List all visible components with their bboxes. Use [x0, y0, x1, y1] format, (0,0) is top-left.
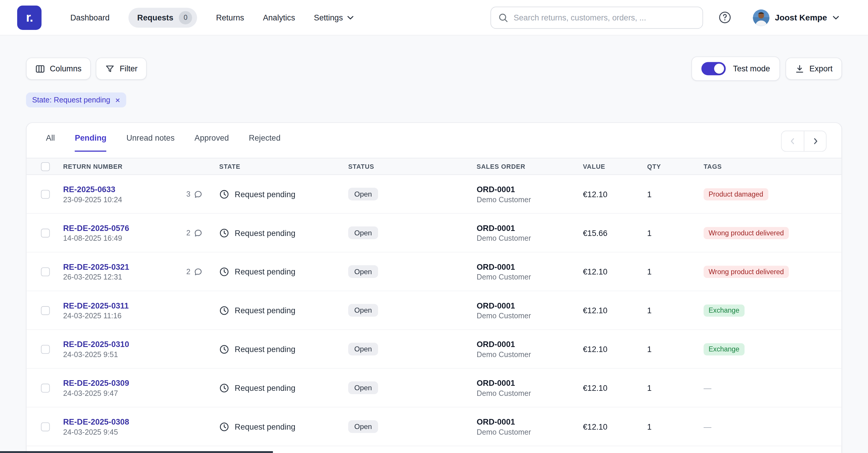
sales-order-number: ORD-0001: [477, 340, 577, 349]
return-number-group: RE-DE-2025-0311 24-03-2025 11:16: [63, 301, 129, 320]
qty-cell: 1: [647, 422, 704, 431]
clock-icon: [219, 228, 229, 238]
return-number-link[interactable]: RE-DE-2025-0321: [63, 262, 129, 271]
customer-name: Demo Customer: [477, 427, 577, 436]
state-label: Request pending: [235, 422, 296, 431]
row-checkbox[interactable]: [41, 189, 50, 199]
filter-button[interactable]: Filter: [96, 57, 147, 80]
columns-icon: [35, 64, 45, 73]
tag-badge: Wrong product delivered: [704, 227, 789, 239]
tags-cell: Exchange: [704, 343, 842, 355]
status-badge: Open: [348, 304, 378, 317]
export-button-label: Export: [809, 64, 833, 73]
table-row[interactable]: RE-DE-2025-0308 24-03-2025 9:45 Request …: [27, 407, 841, 446]
sales-order-number: ORD-0001: [477, 185, 577, 193]
help-button[interactable]: [718, 11, 732, 25]
tab-all[interactable]: All: [46, 133, 55, 152]
table-header-row: RETURN NUMBER STATE STATUS SALES ORDER V…: [27, 158, 841, 175]
comment-icon: [194, 189, 203, 199]
nav-item-dashboard[interactable]: Dashboard: [70, 13, 110, 22]
clock-icon: [219, 422, 229, 432]
table-row[interactable]: RE-DE-2025-0310 24-03-2025 9:51 Request …: [27, 330, 841, 369]
remove-filter-icon[interactable]: ×: [115, 96, 120, 104]
return-number-group: RE-DE-2025-0309 24-03-2025 9:47: [63, 379, 129, 397]
comments-indicator: 2: [186, 228, 203, 237]
state-label: Request pending: [235, 344, 296, 354]
table-row[interactable]: RE-DE-2025-0321 26-03-2025 12:31 2 Reque…: [27, 252, 841, 291]
select-all-checkbox[interactable]: [41, 162, 50, 171]
row-checkbox[interactable]: [41, 422, 50, 431]
next-page-button[interactable]: [804, 131, 826, 151]
chevron-down-icon: [347, 15, 354, 20]
column-header-tags: TAGS: [704, 163, 842, 170]
tab-approved[interactable]: Approved: [194, 133, 229, 152]
tab-unread-notes[interactable]: Unread notes: [126, 133, 175, 152]
comment-count: 3: [186, 190, 190, 198]
qty-cell: 1: [647, 344, 704, 354]
table-row[interactable]: RE-2025-0633 23-09-2025 10:24 3 Request …: [27, 175, 841, 214]
return-number-link[interactable]: RE-DE-2025-0311: [63, 301, 129, 310]
top-navigation-bar: r. Dashboard Requests 0 Returns Analytic…: [0, 0, 868, 35]
nav-item-requests[interactable]: Requests 0: [128, 7, 197, 27]
row-checkbox[interactable]: [41, 384, 50, 392]
tab-pending[interactable]: Pending: [75, 133, 106, 152]
value-cell: €12.10: [583, 384, 647, 392]
value-cell: €15.66: [583, 228, 647, 237]
row-checkbox[interactable]: [41, 228, 50, 237]
return-number-group: RE-DE-2025-0576 14-08-2025 16:49: [63, 223, 129, 242]
comment-count: 2: [186, 267, 190, 276]
column-header-qty: QTY: [647, 163, 704, 170]
table-row[interactable]: RE-DE-2025-0576 14-08-2025 16:49 2 Reque…: [27, 214, 841, 252]
nav-item-analytics[interactable]: Analytics: [263, 13, 295, 22]
comment-icon: [194, 228, 203, 237]
status-badge: Open: [348, 381, 378, 394]
export-button[interactable]: Export: [786, 57, 842, 80]
previous-page-button[interactable]: [781, 131, 804, 151]
comment-icon: [194, 267, 203, 276]
tag-badge: Exchange: [704, 343, 745, 355]
tab-rejected[interactable]: Rejected: [249, 133, 280, 152]
return-number-link[interactable]: RE-2025-0633: [63, 185, 122, 193]
value-cell: €12.10: [583, 344, 647, 354]
chevron-down-icon: [833, 15, 839, 20]
list-toolbar: Columns Filter Test mode Export: [26, 57, 842, 81]
active-filters: State: Request pending ×: [26, 92, 842, 107]
clock-icon: [219, 344, 229, 354]
tags-cell: —: [704, 383, 842, 393]
return-number-link[interactable]: RE-DE-2025-0310: [63, 340, 129, 349]
global-search: [490, 6, 703, 29]
empty-tag-dash: —: [704, 384, 711, 392]
nav-item-returns[interactable]: Returns: [216, 13, 244, 22]
main-nav: Dashboard Requests 0 Returns Analytics S…: [70, 7, 354, 27]
chevron-right-icon: [811, 138, 819, 145]
return-date: 24-03-2025 9:45: [63, 427, 129, 436]
comments-indicator: 3: [186, 189, 203, 199]
download-icon: [795, 64, 804, 73]
nav-label: Requests: [137, 13, 174, 22]
status-badge: Open: [348, 227, 378, 239]
test-mode-toggle[interactable]: [701, 62, 725, 75]
nav-label: Analytics: [263, 13, 295, 22]
customer-name: Demo Customer: [477, 350, 577, 359]
return-number-link[interactable]: RE-DE-2025-0308: [63, 417, 129, 426]
row-checkbox[interactable]: [41, 267, 50, 276]
filter-chip-state: State: Request pending ×: [26, 92, 126, 107]
user-menu[interactable]: Joost Kempe: [753, 9, 839, 26]
return-number-link[interactable]: RE-DE-2025-0576: [63, 223, 129, 233]
tags-cell: Exchange: [704, 304, 842, 316]
table-row[interactable]: RE-DE-2025-0309 24-03-2025 9:47 Request …: [27, 369, 841, 407]
columns-button[interactable]: Columns: [26, 57, 91, 80]
app-viewport: r. Dashboard Requests 0 Returns Analytic…: [0, 0, 868, 453]
nav-item-settings[interactable]: Settings: [314, 13, 354, 22]
row-checkbox[interactable]: [41, 344, 50, 354]
search-input[interactable]: [514, 13, 695, 22]
app-logo[interactable]: r.: [17, 5, 41, 30]
qty-cell: 1: [647, 306, 704, 315]
toolbar-right: Test mode Export: [691, 57, 842, 81]
state-label: Request pending: [235, 306, 296, 315]
table-row[interactable]: RE-DE-2025-0311 24-03-2025 11:16 Request…: [27, 291, 841, 330]
clock-icon: [219, 305, 229, 315]
return-number-link[interactable]: RE-DE-2025-0309: [63, 379, 129, 387]
row-checkbox[interactable]: [41, 306, 50, 315]
requests-table-card: All Pending Unread notes Approved Reject…: [26, 122, 842, 453]
